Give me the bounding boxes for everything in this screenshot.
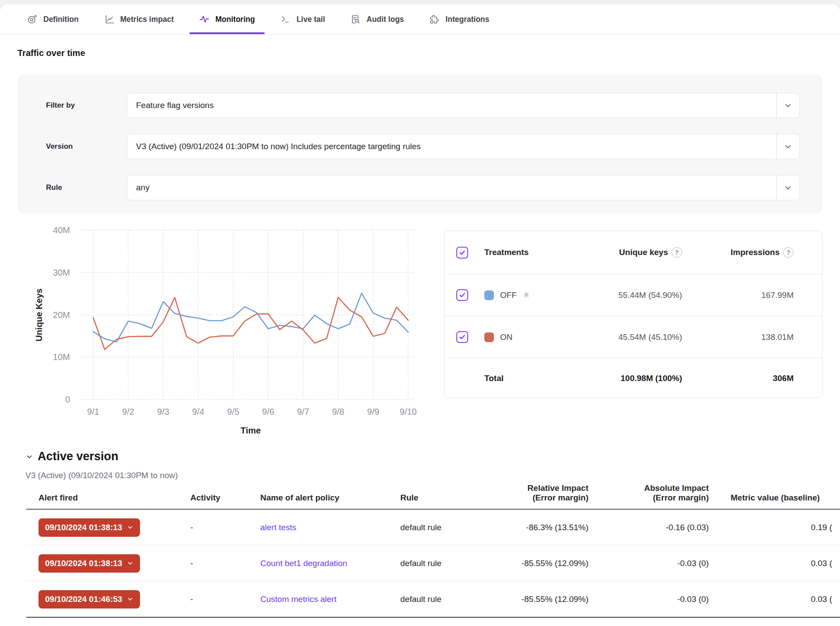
tab-label: Live tail xyxy=(297,15,325,24)
alert-absolute-impact: -0.03 (0) xyxy=(588,559,709,568)
off-series-swatch xyxy=(484,290,494,300)
active-version-title: Active version xyxy=(38,450,119,463)
on-impressions: 138.01M xyxy=(682,332,794,342)
treatment-name: OFF xyxy=(500,290,517,300)
rule-label: Rule xyxy=(46,175,120,200)
treatment-row-off: OFF ✳ 55.44M (54.90%) 167.99M xyxy=(444,274,822,316)
svg-text:9/7: 9/7 xyxy=(297,407,309,416)
svg-text:30M: 30M xyxy=(53,268,70,277)
total-unique-keys: 100.98M (100%) xyxy=(568,374,682,383)
legend-total-row: Total 100.98M (100%) 306M xyxy=(444,358,822,398)
tab-monitoring[interactable]: Monitoring xyxy=(199,4,255,34)
monitoring-icon xyxy=(199,14,210,24)
impressions-header: Impressions xyxy=(731,248,780,257)
off-unique-keys: 55.44M (54.90%) xyxy=(568,290,682,300)
active-version-subtitle: V3 (Active) (09/10/2024 01:30PM to now) xyxy=(25,471,178,480)
svg-text:9/8: 9/8 xyxy=(332,407,344,416)
tab-audit-logs[interactable]: Audit logs xyxy=(350,4,404,34)
svg-text:Unique Keys: Unique Keys xyxy=(34,288,44,341)
off-impressions: 167.99M xyxy=(682,290,794,300)
alert-activity: - xyxy=(178,523,248,532)
chevron-down-icon xyxy=(776,93,799,118)
alert-absolute-impact: -0.03 (0) xyxy=(588,595,709,604)
on-checkbox[interactable] xyxy=(456,331,468,343)
alert-rule: default rule xyxy=(388,559,489,568)
check-icon xyxy=(458,249,466,256)
total-label: Total xyxy=(484,374,568,383)
svg-text:9/9: 9/9 xyxy=(367,407,379,416)
filter-by-value: Feature flag versions xyxy=(127,101,776,110)
on-series-swatch xyxy=(484,332,494,342)
alert-fired-badge[interactable]: 09/10/2024 01:38:13 xyxy=(38,518,140,537)
alert-row: 09/10/2024 01:46:53 - Custom metrics ale… xyxy=(26,581,840,618)
tab-integrations[interactable]: Integrations xyxy=(429,4,489,34)
treatments-header: Treatments xyxy=(484,248,568,257)
unique-keys-header: Unique keys xyxy=(619,248,668,257)
chevron-down-icon xyxy=(776,175,799,200)
treatment-name: ON xyxy=(500,332,513,342)
tab-definition[interactable]: Definition xyxy=(27,4,79,34)
on-unique-keys: 45.54M (45.10%) xyxy=(568,332,682,342)
tab-label: Definition xyxy=(43,15,79,24)
tab-label: Integrations xyxy=(445,15,489,24)
rule-value: any xyxy=(127,183,776,192)
live-tail-icon xyxy=(280,14,291,24)
svg-text:40M: 40M xyxy=(53,225,70,235)
col-alert-fired: Alert fired xyxy=(26,493,178,503)
metrics-impact-icon xyxy=(104,14,115,24)
alert-rule: default rule xyxy=(388,523,489,532)
alert-metric-value: 0.03 ( xyxy=(709,559,840,568)
off-checkbox[interactable] xyxy=(456,289,468,301)
svg-text:9/4: 9/4 xyxy=(192,407,204,416)
svg-text:Time: Time xyxy=(241,426,261,435)
tab-live-tail[interactable]: Live tail xyxy=(280,4,325,34)
alert-metric-value: 0.19 ( xyxy=(709,523,840,532)
alert-activity: - xyxy=(178,595,248,604)
svg-text:9/2: 9/2 xyxy=(122,407,134,416)
alert-metric-value: 0.03 ( xyxy=(709,595,840,604)
alert-fired-badge[interactable]: 09/10/2024 01:46:53 xyxy=(38,590,140,609)
version-value: V3 (Active) (09/01/2024 01:30PM to now) … xyxy=(127,142,776,151)
chevron-down-icon xyxy=(25,453,33,461)
audit-logs-icon xyxy=(350,14,361,24)
filter-panel: Filter by Feature flag versions Version … xyxy=(18,74,822,213)
alert-policy-link[interactable]: alert tests xyxy=(260,523,296,532)
traffic-over-time-title: Traffic over time xyxy=(18,48,85,58)
alert-relative-impact: -85.55% (12.09%) xyxy=(489,595,588,604)
tab-label: Monitoring xyxy=(215,15,255,24)
col-relative-impact: Relative Impact (Error margin) xyxy=(489,483,588,503)
col-rule: Rule xyxy=(388,493,489,503)
select-all-checkbox[interactable] xyxy=(456,247,468,259)
treatments-legend-table: Treatments Unique keys ? Impressions ? O… xyxy=(444,231,822,398)
traffic-line-chart: 010M20M30M40M9/19/29/39/49/59/69/79/89/9… xyxy=(18,221,420,440)
rule-select[interactable]: any xyxy=(127,175,800,200)
alert-policy-link[interactable]: Custom metrics alert xyxy=(260,595,336,604)
alert-activity: - xyxy=(178,559,248,568)
alerts-header-row: Alert fired Activity Name of alert polic… xyxy=(26,483,840,510)
check-icon xyxy=(458,333,466,341)
svg-text:0: 0 xyxy=(65,395,70,404)
col-absolute-impact: Absolute Impact (Error margin) xyxy=(588,483,709,503)
help-icon[interactable]: ? xyxy=(672,247,682,258)
default-treatment-icon: ✳ xyxy=(523,290,530,300)
tab-label: Metrics impact xyxy=(120,15,174,24)
alert-row: 09/10/2024 01:38:13 - alert tests defaul… xyxy=(26,510,840,546)
filter-by-label: Filter by xyxy=(46,93,120,118)
page: Definition Metrics impact Monitoring L xyxy=(0,0,840,626)
alert-fired-badge[interactable]: 09/10/2024 01:38:13 xyxy=(38,554,140,573)
filter-by-select[interactable]: Feature flag versions xyxy=(127,93,800,118)
svg-text:9/6: 9/6 xyxy=(262,407,274,416)
tab-bar: Definition Metrics impact Monitoring L xyxy=(0,4,840,35)
version-select[interactable]: V3 (Active) (09/01/2024 01:30PM to now) … xyxy=(127,134,800,159)
help-icon[interactable]: ? xyxy=(783,247,794,258)
definition-icon xyxy=(27,14,38,24)
active-version-header[interactable]: Active version xyxy=(25,450,119,463)
integrations-icon xyxy=(429,14,440,24)
tab-metrics-impact[interactable]: Metrics impact xyxy=(104,4,174,34)
alert-absolute-impact: -0.16 (0.03) xyxy=(588,523,709,532)
alert-policy-link[interactable]: Count bet1 degradation xyxy=(260,559,347,568)
legend-header-row: Treatments Unique keys ? Impressions ? xyxy=(444,231,822,274)
alert-relative-impact: -86.3% (13.51%) xyxy=(489,523,588,532)
chevron-down-icon xyxy=(127,560,133,567)
alerts-table: Alert fired Activity Name of alert polic… xyxy=(26,483,840,618)
